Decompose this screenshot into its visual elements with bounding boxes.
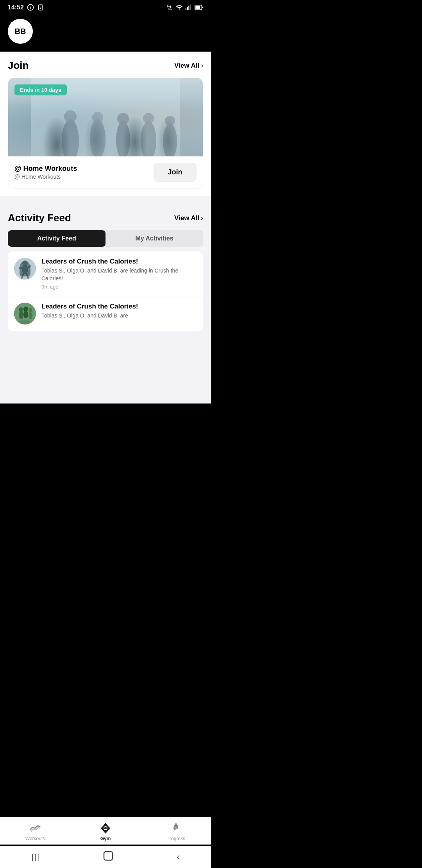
svg-point-18 — [116, 121, 130, 156]
join-section: Join View All › Ends in 10 days — [0, 52, 211, 196]
battery-icon — [195, 5, 203, 10]
status-bar: 14:52 i — [0, 0, 211, 15]
svg-point-25 — [22, 260, 28, 266]
svg-text:i: i — [30, 5, 31, 10]
svg-point-38 — [16, 320, 34, 324]
feed-avatar-2 — [14, 303, 36, 325]
challenge-name: @ Home Workouts — [14, 165, 77, 173]
svg-point-33 — [19, 311, 23, 319]
challenge-image: Ends in 10 days — [8, 78, 203, 156]
svg-point-36 — [29, 308, 32, 312]
svg-point-37 — [29, 312, 32, 319]
tab-my-activities[interactable]: My Activities — [106, 230, 203, 247]
svg-point-17 — [92, 112, 103, 123]
svg-point-15 — [64, 110, 77, 123]
feed-title-2: Leaders of Crush the Calories! — [41, 303, 138, 310]
feed-item: Leaders of Crush the Calories! Tobias S.… — [8, 296, 203, 331]
svg-line-27 — [20, 268, 25, 269]
challenge-footer: @ Home Workouts @ Home Workouts Join — [8, 156, 203, 188]
status-icons — [166, 4, 203, 11]
feed-desc-1: Tobias S., Olga O. and David B. are lead… — [41, 267, 197, 282]
feed-content-1: Leaders of Crush the Calories! Tobias S.… — [41, 258, 197, 290]
svg-point-26 — [22, 265, 28, 274]
activity-view-all[interactable]: View All › — [174, 214, 203, 222]
svg-point-20 — [141, 121, 156, 156]
challenge-card: Ends in 10 days — [8, 78, 203, 188]
tab-activity-feed[interactable]: Activity Feed — [8, 230, 106, 247]
svg-point-14 — [62, 119, 79, 156]
svg-point-22 — [163, 124, 177, 156]
svg-rect-8 — [188, 6, 189, 10]
clipboard-icon — [37, 4, 44, 11]
svg-point-16 — [90, 119, 106, 156]
avatar[interactable]: BB — [8, 19, 33, 44]
exercise-avatar-icon — [14, 258, 36, 280]
svg-point-23 — [165, 116, 175, 126]
svg-rect-12 — [195, 6, 200, 9]
activity-tabs: Activity Feed My Activities — [8, 230, 203, 247]
info-icon: i — [27, 4, 34, 11]
svg-rect-9 — [190, 5, 191, 10]
group-avatar-icon — [14, 303, 36, 325]
join-view-all[interactable]: View All › — [174, 62, 203, 70]
join-title: Join — [8, 59, 29, 72]
feed-list: Leaders of Crush the Calories! Tobias S.… — [8, 251, 203, 331]
svg-line-28 — [25, 266, 30, 269]
wifi-icon — [176, 4, 183, 11]
mute-icon — [166, 4, 173, 11]
svg-point-35 — [23, 310, 28, 318]
activity-feed-section: Activity Feed View All › Activity Feed M… — [0, 204, 211, 331]
feed-title-1: Leaders of Crush the Calories! — [41, 258, 197, 265]
svg-rect-24 — [14, 258, 36, 280]
join-button[interactable]: Join — [154, 163, 197, 182]
signal-icon — [185, 4, 192, 11]
feed-item: Leaders of Crush the Calories! Tobias S.… — [8, 251, 203, 296]
feed-time-1: 0m ago — [41, 284, 197, 290]
activity-header: Activity Feed View All › — [8, 212, 203, 224]
svg-point-19 — [117, 113, 129, 125]
join-header: Join View All › — [8, 59, 203, 72]
feed-desc-2: Tobias S., Olga O. and David B. are — [41, 312, 138, 320]
feed-avatar-1 — [14, 258, 36, 280]
svg-rect-11 — [202, 7, 203, 8]
challenge-info: @ Home Workouts @ Home Workouts — [14, 165, 77, 180]
svg-point-21 — [143, 113, 154, 124]
activity-title: Activity Feed — [8, 212, 71, 224]
top-header: BB — [0, 15, 211, 52]
svg-rect-7 — [187, 7, 188, 10]
ends-badge: Ends in 10 days — [14, 84, 67, 95]
svg-rect-6 — [186, 8, 186, 10]
feed-content-2: Leaders of Crush the Calories! Tobias S.… — [41, 303, 138, 325]
main-content: Join View All › Ends in 10 days — [0, 52, 211, 404]
challenge-subtitle: @ Home Workouts — [14, 174, 77, 180]
time-display: 14:52 — [8, 4, 24, 11]
